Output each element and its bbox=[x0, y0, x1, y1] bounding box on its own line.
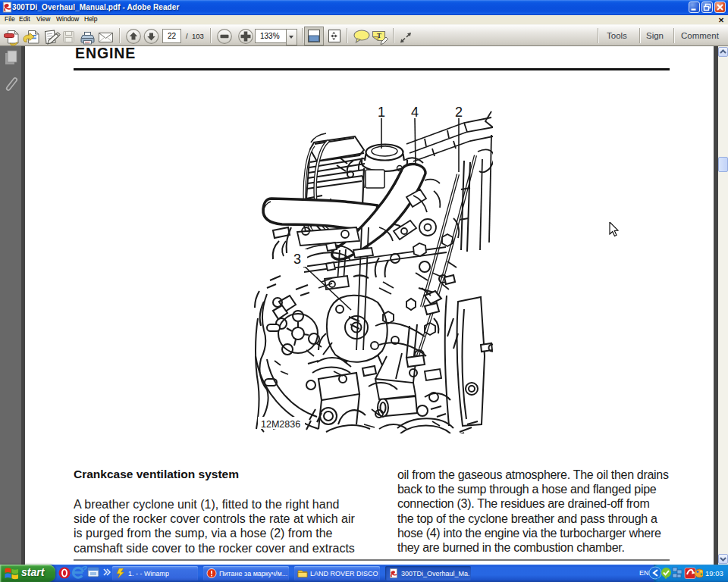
svg-text:T: T bbox=[377, 32, 381, 39]
svg-text:12M2836: 12M2836 bbox=[261, 419, 300, 430]
svg-text:2: 2 bbox=[455, 105, 463, 120]
svg-text:4: 4 bbox=[411, 105, 419, 120]
svg-text:3: 3 bbox=[293, 252, 301, 267]
svg-text:1: 1 bbox=[378, 105, 385, 120]
